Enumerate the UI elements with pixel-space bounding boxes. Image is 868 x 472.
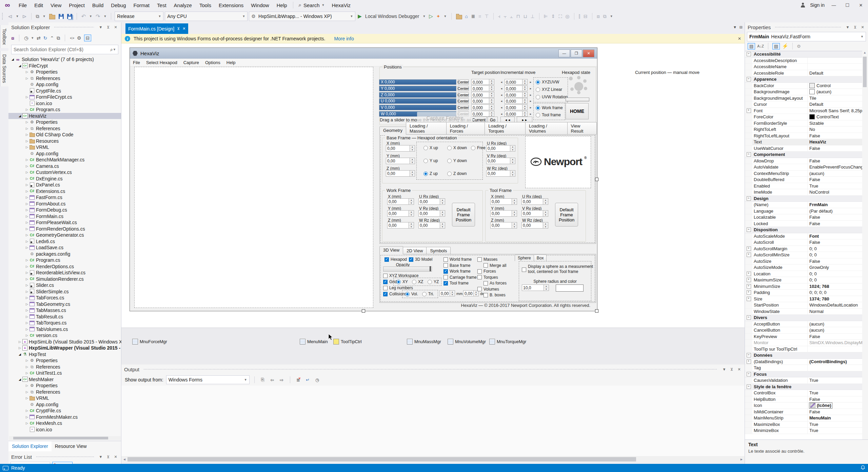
spin-down-icon[interactable]: ▼ (409, 202, 414, 204)
spin-down-icon[interactable]: ▼ (410, 161, 415, 164)
tool-frame-group-input-wrzdeg[interactable]: 0,00▲▼ (521, 222, 548, 229)
target-input-u[interactable]: 0,000▲▼ (471, 98, 494, 104)
solution-name-badge[interactable]: HexaViz (328, 0, 354, 10)
property-value[interactable]: True (807, 428, 863, 434)
collapsed-arrow-icon[interactable]: ▷ (25, 371, 29, 375)
tree-item[interactable]: ▷C#Program.cs (8, 106, 121, 113)
property-value[interactable] (807, 64, 863, 70)
property-row[interactable]: +FontMicrosoft Sans Serif; 8,25pt (745, 108, 863, 114)
target-input-x[interactable]: 0,000▲▼ (471, 79, 494, 85)
marker-checkbox-masses[interactable]: Masses (477, 257, 497, 262)
form-menu-file[interactable]: File (130, 60, 143, 65)
expanded-arrow-icon[interactable]: ◢ (18, 64, 22, 67)
property-value[interactable]: No (807, 126, 863, 133)
align-left-button[interactable]: ⫞ (497, 12, 501, 21)
refresh-icon[interactable]: ↻ (43, 35, 47, 41)
menu-help[interactable]: Help (273, 0, 291, 10)
spin-up-icon[interactable]: ▲ (522, 92, 527, 95)
expanded-arrow-icon[interactable]: ◢ (11, 58, 15, 61)
property-category[interactable]: −Focus (745, 371, 863, 378)
collision-distance-input[interactable]: 0,00▲▼ (439, 290, 455, 296)
spin-down-icon[interactable]: ▼ (543, 214, 548, 216)
pin-icon[interactable]: ⊻ (105, 25, 111, 29)
tree-item[interactable]: CryptFile.cs (8, 88, 121, 94)
collapsed-arrow-icon[interactable]: ▷ (25, 258, 29, 262)
spin-down-icon[interactable]: ▼ (510, 174, 515, 176)
base-frame-input-vrydeg[interactable]: 0,00▲▼ (486, 158, 515, 164)
expand-icon[interactable]: + (747, 359, 751, 364)
property-row[interactable]: RightToLeftNo (745, 126, 863, 133)
spinner[interactable]: ▲▼ (489, 86, 494, 91)
sphere-display-checkbox[interactable] (522, 268, 528, 272)
property-value[interactable]: (aucun) (807, 321, 863, 327)
form-menu-help[interactable]: Help (223, 60, 239, 65)
horizontal-spacing-button[interactable]: ⫿ (578, 12, 581, 21)
spinner[interactable]: ▲▼ (543, 199, 548, 204)
collapsed-arrow-icon[interactable]: ▷ (25, 415, 29, 419)
tree-item[interactable]: ▷C#BenchMarkManager.cs (8, 157, 121, 163)
window-position-chevron-icon[interactable]: ▼ (722, 367, 727, 371)
tab-loading-torques[interactable]: Loading / Torques (485, 122, 526, 135)
spin-up-icon[interactable]: ▲ (409, 199, 414, 202)
spin-down-icon[interactable]: ▼ (410, 149, 415, 151)
property-row[interactable]: AutoValidateEnablePreventFocusChange (745, 164, 863, 171)
tree-item[interactable]: ⚙App.config (8, 401, 121, 408)
property-category[interactable]: −Divers (745, 315, 863, 321)
property-category[interactable]: −Style de la fenêtre (745, 384, 863, 390)
spin-down-icon[interactable]: ▼ (474, 294, 478, 296)
collapsed-arrow-icon[interactable]: ▷ (25, 240, 29, 243)
designed-form-hexaviz[interactable]: HexaViz — ❐ ✕ FileSelect HexapodCaptureO… (130, 47, 597, 311)
orientation-radio-free[interactable]: Free (471, 145, 486, 150)
previous-message-icon[interactable]: ⇦ (269, 377, 276, 382)
save-all-button[interactable] (66, 12, 73, 21)
property-value[interactable]: FrmMain (807, 202, 863, 208)
navigate-forward-button[interactable]: ⊳ (21, 12, 27, 21)
profiler-chevron-icon[interactable]: ▼ (443, 12, 448, 21)
property-value[interactable]: NoControl (807, 189, 863, 195)
property-value[interactable]: False (807, 214, 863, 220)
spin-up-icon[interactable]: ▲ (410, 171, 415, 174)
tool-frame-group-input-urxdeg[interactable]: 0,00▲▼ (521, 198, 548, 205)
spin-down-icon[interactable]: ▼ (440, 225, 445, 228)
spin-down-icon[interactable]: ▼ (512, 202, 517, 204)
property-pages-button[interactable]: ⚙ (797, 44, 801, 49)
collapsed-arrow-icon[interactable]: ▷ (25, 302, 29, 306)
make-same-height-button[interactable]: ⇕ (550, 12, 556, 21)
property-category[interactable]: −Comportement (745, 152, 863, 158)
collapsed-arrow-icon[interactable]: ▷ (25, 120, 29, 124)
resize-handle-bottom[interactable] (362, 309, 365, 313)
property-row[interactable]: RightToLeftLayoutFalse (745, 133, 863, 139)
menu-format[interactable]: Format (130, 0, 154, 10)
target-input-w[interactable]: 0,000▲▼ (471, 111, 494, 117)
tree-item[interactable]: ▷C#HexMesh.cs (8, 420, 121, 427)
frame-checkbox-tool-frame[interactable]: Tool frame (443, 281, 469, 286)
property-row[interactable]: Tag (745, 365, 863, 371)
property-value[interactable]: False (807, 145, 863, 152)
expand-icon[interactable]: + (747, 278, 751, 282)
tree-item[interactable]: ▷SliderSimple.cs (8, 289, 121, 295)
timestamp-icon[interactable]: ◷ (314, 377, 321, 382)
spinner[interactable]: ▲▼ (543, 211, 548, 216)
tab-loading-volumes[interactable]: Loading / Volumes (525, 122, 567, 135)
3d-model-checkbox[interactable]: 3D Model (409, 257, 432, 262)
tree-item[interactable]: ▷Resources (8, 138, 121, 144)
next-message-icon[interactable]: ⇨ (278, 377, 285, 382)
spin-down-icon[interactable]: ▼ (489, 107, 494, 110)
tree-item[interactable]: ▷VRML (8, 144, 121, 151)
frame-radio-work-frame[interactable]: Work frame (536, 105, 563, 110)
spin-up-icon[interactable]: ▲ (510, 158, 515, 161)
startup-project-combo[interactable]: ⚙ HxpSimLibWrapp... - Windows XP)▼ (249, 12, 355, 21)
spin-down-icon[interactable]: ▼ (489, 114, 494, 116)
spin-down-icon[interactable]: ▼ (543, 225, 548, 228)
collapsed-arrow-icon[interactable]: ▷ (25, 171, 29, 174)
property-row[interactable]: AutoScaleModeFont (745, 233, 863, 240)
property-row[interactable]: BackgroundImage(aucun) (745, 89, 863, 95)
spin-up-icon[interactable]: ▲ (409, 211, 414, 214)
base-frame-input-xmm[interactable]: 0,00▲▼ (386, 145, 415, 152)
spinner[interactable]: ▲▼ (543, 222, 548, 228)
collapsed-arrow-icon[interactable]: ▷ (25, 277, 29, 281)
collapsed-arrow-icon[interactable]: ▷ (25, 177, 29, 180)
tool-frame-group-input-vrydeg[interactable]: 0,00▲▼ (521, 210, 548, 217)
dx-3d-viewport-panel[interactable] (134, 67, 373, 308)
tree-item[interactable]: ▷FormFileCrypt.cs (8, 94, 121, 100)
